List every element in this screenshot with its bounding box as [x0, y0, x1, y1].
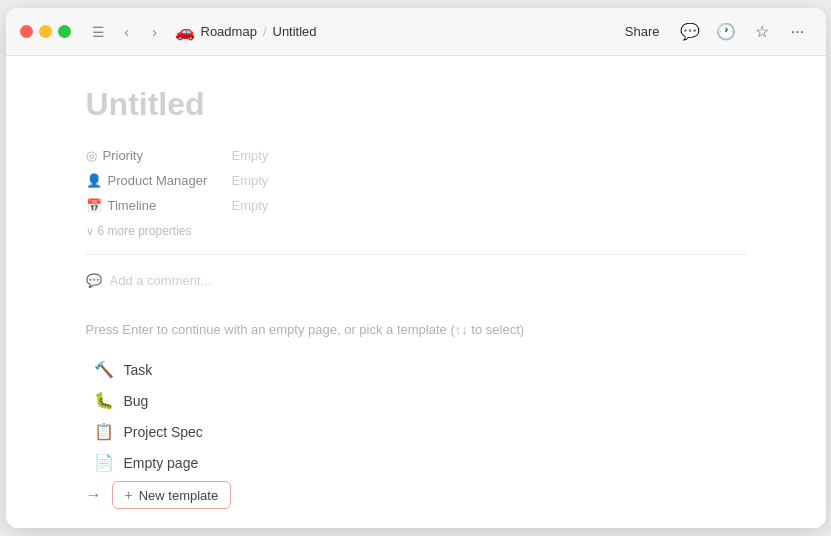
- template-item-bug[interactable]: 🐛 Bug: [86, 386, 746, 415]
- priority-label-text: Priority: [103, 148, 143, 163]
- template-hint: Press Enter to continue with an empty pa…: [86, 322, 746, 337]
- template-item-empty-page-label: Empty page: [124, 455, 199, 471]
- project-spec-icon: 📋: [94, 422, 114, 441]
- more-icon: ···: [791, 23, 804, 41]
- timeline-label-text: Timeline: [108, 198, 157, 213]
- product-manager-label-text: Product Manager: [108, 173, 208, 188]
- new-template-label: New template: [139, 488, 218, 503]
- history-button[interactable]: 🕐: [712, 18, 740, 46]
- comment-placeholder-text: Add a comment...: [110, 273, 212, 288]
- priority-label: ◎ Priority: [86, 148, 216, 163]
- task-icon: 🔨: [94, 360, 114, 379]
- comment-area[interactable]: 💬 Add a comment...: [86, 267, 746, 294]
- product-manager-value: Empty: [232, 173, 269, 188]
- sidebar-toggle-button[interactable]: ☰: [87, 20, 111, 44]
- titlebar-right: Share 💬 🕐 ☆ ···: [617, 18, 812, 46]
- property-row-product-manager[interactable]: 👤 Product Manager Empty: [86, 168, 746, 193]
- comment-placeholder-icon: 💬: [86, 273, 102, 288]
- close-button[interactable]: [20, 25, 33, 38]
- share-button[interactable]: Share: [617, 20, 668, 43]
- app-window: ☰ ‹ › 🚗 Roadmap / Untitled Share 💬 🕐 ☆ ·…: [6, 8, 826, 528]
- breadcrumb-current: Untitled: [273, 24, 317, 39]
- more-options-button[interactable]: ···: [784, 18, 812, 46]
- more-properties-label: 6 more properties: [98, 224, 192, 238]
- product-manager-icon: 👤: [86, 173, 102, 188]
- arrow-indicator: →: [86, 486, 102, 504]
- comment-button[interactable]: 💬: [676, 18, 704, 46]
- timeline-label: 📅 Timeline: [86, 198, 216, 213]
- more-properties-toggle[interactable]: ∨ 6 more properties: [86, 220, 746, 242]
- roadmap-icon: 🚗: [175, 22, 195, 41]
- property-row-priority[interactable]: ◎ Priority Empty: [86, 143, 746, 168]
- new-template-row: → + New template: [86, 481, 746, 509]
- breadcrumb: 🚗 Roadmap / Untitled: [175, 22, 609, 41]
- priority-value: Empty: [232, 148, 269, 163]
- maximize-button[interactable]: [58, 25, 71, 38]
- traffic-lights: [20, 25, 71, 38]
- breadcrumb-parent[interactable]: Roadmap: [201, 24, 257, 39]
- property-row-timeline[interactable]: 📅 Timeline Empty: [86, 193, 746, 218]
- new-template-button[interactable]: + New template: [112, 481, 232, 509]
- breadcrumb-separator: /: [263, 24, 267, 39]
- template-item-bug-label: Bug: [124, 393, 149, 409]
- timeline-value: Empty: [232, 198, 269, 213]
- template-item-task-label: Task: [124, 362, 153, 378]
- star-icon: ☆: [755, 22, 769, 41]
- history-icon: 🕐: [716, 22, 736, 41]
- divider: [86, 254, 746, 255]
- template-item-task[interactable]: 🔨 Task: [86, 355, 746, 384]
- template-item-project-spec[interactable]: 📋 Project Spec: [86, 417, 746, 446]
- minimize-button[interactable]: [39, 25, 52, 38]
- page-title[interactable]: Untitled: [86, 86, 746, 123]
- comment-icon: 💬: [680, 22, 700, 41]
- page-content: Untitled ◎ Priority Empty 👤 Product Mana…: [6, 56, 826, 528]
- timeline-icon: 📅: [86, 198, 102, 213]
- forward-button[interactable]: ›: [143, 20, 167, 44]
- properties-section: ◎ Priority Empty 👤 Product Manager Empty…: [86, 143, 746, 242]
- empty-page-icon: 📄: [94, 453, 114, 472]
- star-button[interactable]: ☆: [748, 18, 776, 46]
- titlebar: ☰ ‹ › 🚗 Roadmap / Untitled Share 💬 🕐 ☆ ·…: [6, 8, 826, 56]
- bug-icon: 🐛: [94, 391, 114, 410]
- chevron-down-icon: ∨: [86, 225, 94, 238]
- template-list: 🔨 Task 🐛 Bug 📋 Project Spec 📄 Empty page: [86, 355, 746, 477]
- nav-controls: ☰ ‹ ›: [87, 20, 167, 44]
- priority-icon: ◎: [86, 148, 97, 163]
- plus-icon: +: [125, 487, 133, 503]
- product-manager-label: 👤 Product Manager: [86, 173, 216, 188]
- template-item-empty-page[interactable]: 📄 Empty page: [86, 448, 746, 477]
- back-button[interactable]: ‹: [115, 20, 139, 44]
- template-item-project-spec-label: Project Spec: [124, 424, 203, 440]
